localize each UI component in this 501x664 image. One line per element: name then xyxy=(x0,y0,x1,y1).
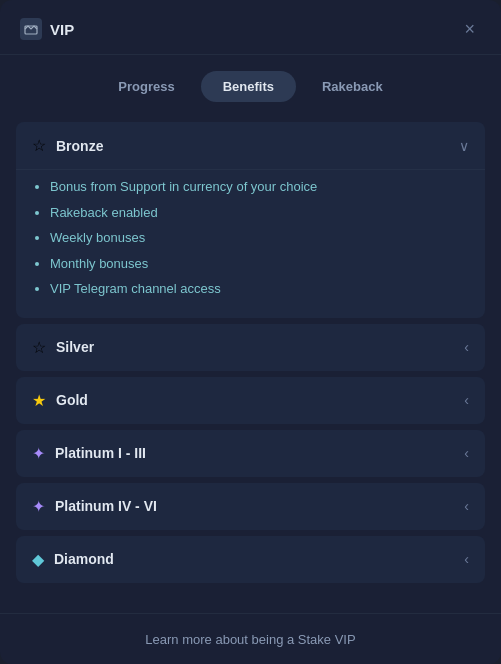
tier-bronze: Bronze Bonus from Support in currency of… xyxy=(16,122,485,318)
benefit-item: Weekly bonuses xyxy=(50,225,469,251)
tier-gold-header[interactable]: Gold xyxy=(16,377,485,424)
diamond-name: Diamond xyxy=(54,551,114,567)
tier-gold-left: Gold xyxy=(32,391,88,410)
tab-benefits[interactable]: Benefits xyxy=(201,71,296,102)
tier-platinum-4-6-header[interactable]: Platinum IV - VI xyxy=(16,483,485,530)
bronze-star-icon xyxy=(32,136,46,155)
silver-chevron-icon xyxy=(464,339,469,355)
tiers-content: Bronze Bonus from Support in currency of… xyxy=(0,114,501,613)
silver-name: Silver xyxy=(56,339,94,355)
title-area: VIP xyxy=(20,18,74,40)
gold-star-icon xyxy=(32,391,46,410)
platinum-4-6-name: Platinum IV - VI xyxy=(55,498,157,514)
tier-bronze-left: Bronze xyxy=(32,136,103,155)
benefit-item: VIP Telegram channel access xyxy=(50,276,469,302)
footer: Learn more about being a Stake VIP xyxy=(0,613,501,664)
tab-progress[interactable]: Progress xyxy=(96,71,196,102)
benefit-item: Monthly bonuses xyxy=(50,251,469,277)
silver-star-icon xyxy=(32,338,46,357)
bronze-name: Bronze xyxy=(56,138,103,154)
benefit-item: Rakeback enabled xyxy=(50,200,469,226)
tier-silver: Silver xyxy=(16,324,485,371)
tier-bronze-header[interactable]: Bronze xyxy=(16,122,485,169)
gold-name: Gold xyxy=(56,392,88,408)
tier-diamond-left: Diamond xyxy=(32,550,114,569)
benefit-item: Bonus from Support in currency of your c… xyxy=(50,174,469,200)
gold-chevron-icon xyxy=(464,392,469,408)
platinum-1-3-star-icon xyxy=(32,444,45,463)
tier-platinum-1-3-header[interactable]: Platinum I - III xyxy=(16,430,485,477)
bronze-chevron-icon xyxy=(459,138,469,154)
platinum-1-3-name: Platinum I - III xyxy=(55,445,146,461)
vip-modal: VIP × Progress Benefits Rakeback Bronze … xyxy=(0,0,501,664)
tier-diamond: Diamond xyxy=(16,536,485,583)
tier-silver-left: Silver xyxy=(32,338,94,357)
bronze-benefits: Bonus from Support in currency of your c… xyxy=(16,169,485,318)
modal-header: VIP × xyxy=(0,0,501,55)
tier-silver-header[interactable]: Silver xyxy=(16,324,485,371)
platinum-4-6-star-icon xyxy=(32,497,45,516)
platinum-4-6-chevron-icon xyxy=(464,498,469,514)
tier-platinum-1-3: Platinum I - III xyxy=(16,430,485,477)
diamond-chevron-icon xyxy=(464,551,469,567)
modal-title: VIP xyxy=(50,21,74,38)
tier-platinum-1-3-left: Platinum I - III xyxy=(32,444,146,463)
tier-platinum-4-6-left: Platinum IV - VI xyxy=(32,497,157,516)
tier-diamond-header[interactable]: Diamond xyxy=(16,536,485,583)
tabs-container: Progress Benefits Rakeback xyxy=(0,55,501,114)
close-button[interactable]: × xyxy=(458,18,481,40)
learn-more-link[interactable]: Learn more about being a Stake VIP xyxy=(145,632,355,647)
platinum-1-3-chevron-icon xyxy=(464,445,469,461)
diamond-icon xyxy=(32,550,44,569)
tier-platinum-4-6: Platinum IV - VI xyxy=(16,483,485,530)
tier-gold: Gold xyxy=(16,377,485,424)
vip-icon xyxy=(20,18,42,40)
tab-rakeback[interactable]: Rakeback xyxy=(300,71,405,102)
